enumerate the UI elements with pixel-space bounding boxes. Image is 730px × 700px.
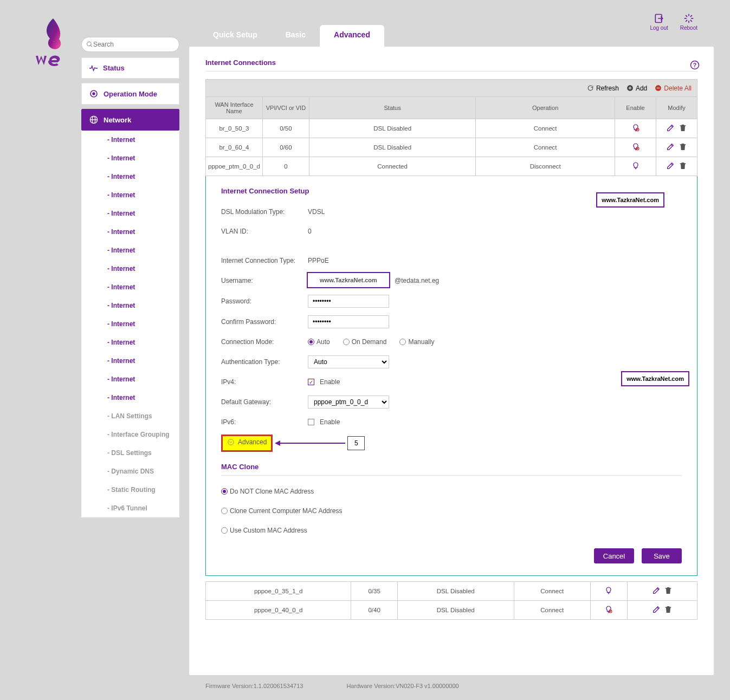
edit-button[interactable] [666, 161, 675, 170]
toggle-label: Advanced [238, 438, 267, 446]
delete-button[interactable] [679, 142, 687, 151]
fw-value: 1.1.020061534713 [254, 683, 303, 689]
mode-auto-radio[interactable]: Auto [308, 338, 330, 346]
sidebar-item-network[interactable]: Network [81, 109, 179, 131]
mac-opt3-radio[interactable]: Use Custom MAC Address [221, 527, 307, 534]
delete-button[interactable] [664, 605, 673, 614]
help-icon[interactable]: ? [690, 60, 700, 70]
radio-label: Use Custom MAC Address [230, 527, 307, 534]
cell-operation[interactable]: Connect [514, 582, 590, 601]
delete-button[interactable] [679, 161, 687, 170]
logout-button[interactable]: Log out [650, 13, 668, 31]
sidebar-item-label: Operation Mode [104, 90, 157, 98]
subnav-internet[interactable]: - Internet [81, 167, 179, 186]
save-button[interactable]: Save [642, 548, 682, 563]
advanced-toggle[interactable]: Advanced [227, 438, 267, 446]
confirm-password-label: Confirm Password: [221, 318, 308, 326]
table-row: pppoe_0_35_1_d0/35DSL DisabledConnect [206, 582, 697, 601]
edit-button[interactable] [652, 605, 661, 614]
th-name: WAN Interface Name [206, 97, 263, 119]
edit-button[interactable] [666, 124, 675, 132]
subnav-lan[interactable]: - LAN Settings [81, 407, 179, 425]
sidebar-item-opmode[interactable]: Operation Mode [81, 83, 179, 105]
enable-toggle[interactable] [604, 605, 613, 614]
subnav-internet[interactable]: - Internet [81, 333, 179, 352]
btn-label: Delete All [664, 85, 692, 92]
mac-opt2-radio[interactable]: Clone Current Computer MAC Address [221, 507, 342, 515]
tab-advanced[interactable]: Advanced [320, 25, 384, 47]
tab-quick-setup[interactable]: Quick Setup [199, 25, 272, 47]
subnav-internet[interactable]: - Internet [81, 260, 179, 278]
footer: Firmware Version:1.1.020061534713 Hardwa… [189, 675, 714, 689]
subnav-dynamic-dns[interactable]: - Dynamic DNS [81, 462, 179, 481]
cell-name: pppoe_0_35_1_d [206, 582, 351, 601]
svg-marker-29 [275, 440, 280, 446]
connection-mode-label: Connection Mode: [221, 338, 308, 346]
search-input[interactable] [93, 41, 175, 48]
subnav-interface-grouping[interactable]: - Interface Grouping [81, 425, 179, 444]
mode-ondemand-radio[interactable]: On Demand [343, 338, 387, 346]
enable-toggle[interactable] [604, 586, 613, 595]
mode-manually-radio[interactable]: Manually [399, 338, 434, 346]
subnav-internet[interactable]: - Internet [81, 223, 179, 241]
arrow-annotation [275, 440, 345, 446]
subnav-internet[interactable]: - Internet [81, 296, 179, 315]
cell-operation[interactable]: Connect [514, 601, 590, 620]
ipv6-checkbox[interactable] [308, 419, 314, 425]
cell-status: DSL Disabled [397, 582, 514, 601]
subnav-internet[interactable]: - Internet [81, 204, 179, 223]
enable-toggle[interactable] [631, 124, 640, 132]
conn-type-label: Internet Connection Type: [221, 257, 308, 264]
table-row: br_0_60_40/60DSL DisabledConnect [206, 138, 697, 157]
reboot-button[interactable]: Reboot [680, 13, 697, 31]
subnav-internet[interactable]: - Internet [81, 186, 179, 204]
mac-opt1-radio[interactable]: Do NOT Clone MAC Address [221, 488, 314, 495]
th-modify: Modify [656, 97, 697, 119]
subnav-static-routing[interactable]: - Static Routing [81, 481, 179, 499]
cell-operation[interactable]: Disconnect [476, 157, 615, 176]
dsl-type-value: VDSL [308, 208, 682, 216]
default-gateway-select[interactable]: pppoe_ptm_0_0_d [308, 396, 389, 409]
pulse-icon [89, 65, 98, 72]
subnav-internet[interactable]: - Internet [81, 370, 179, 388]
cell-operation[interactable]: Connect [476, 138, 615, 157]
delete-button[interactable] [664, 586, 673, 595]
sidebar-item-status[interactable]: Status [81, 57, 179, 79]
subnav-internet[interactable]: - Internet [81, 149, 179, 167]
enable-toggle[interactable] [631, 142, 640, 151]
password-input[interactable] [308, 295, 389, 308]
ipv4-checkbox[interactable] [308, 379, 314, 385]
refresh-button[interactable]: Refresh [587, 85, 619, 92]
svg-point-27 [228, 439, 234, 445]
subnav-internet[interactable]: - Internet [81, 352, 179, 370]
cell-operation[interactable]: Connect [476, 119, 615, 138]
edit-button[interactable] [652, 586, 661, 595]
delete-all-button[interactable]: Delete All [655, 85, 692, 92]
subnav-internet[interactable]: - Internet [81, 278, 179, 296]
annotation-box: www.TazkraNet.com [307, 272, 390, 288]
minus-icon [655, 85, 662, 92]
edit-button[interactable] [666, 142, 675, 151]
subnav-internet[interactable]: - Internet [81, 241, 179, 260]
tab-basic[interactable]: Basic [272, 25, 320, 47]
subnav-internet[interactable]: - Internet [81, 388, 179, 407]
subnav-internet[interactable]: - Internet [81, 131, 179, 149]
svg-line-15 [686, 15, 687, 17]
auth-type-select[interactable]: Auto [308, 355, 389, 368]
delete-button[interactable] [679, 124, 687, 132]
radio-label: On Demand [352, 338, 387, 346]
svg-line-4 [91, 46, 92, 47]
confirm-password-input[interactable] [308, 315, 389, 328]
username-suffix: @tedata.net.eg [395, 277, 439, 284]
enable-toggle[interactable] [631, 161, 640, 170]
subnav-internet[interactable]: - Internet [81, 315, 179, 333]
subnav-dsl-settings[interactable]: - DSL Settings [81, 444, 179, 462]
search-box[interactable] [81, 37, 179, 52]
add-button[interactable]: Add [626, 85, 647, 92]
cancel-button[interactable]: Cancel [594, 548, 634, 563]
sidebar-item-label: Network [104, 116, 131, 124]
annotation-box: www.TazkraNet.com [596, 192, 664, 208]
radio-label: Do NOT Clone MAC Address [230, 488, 314, 495]
subnav-ipv6-tunnel[interactable]: - IPv6 Tunnel [81, 499, 179, 517]
plus-icon [626, 85, 634, 92]
